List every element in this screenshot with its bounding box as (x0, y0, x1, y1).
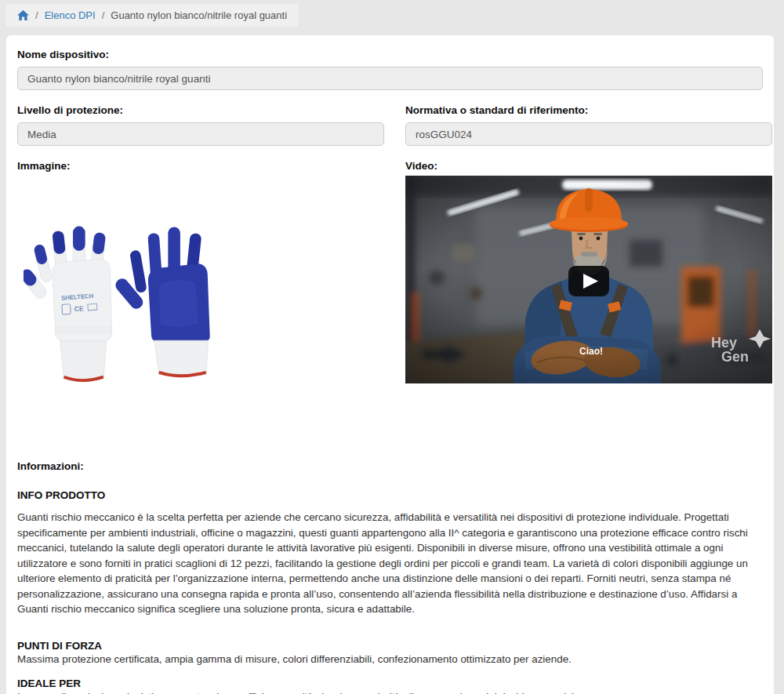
info-label: Informazioni: (17, 460, 763, 472)
image-label: Immagine: (17, 160, 384, 172)
standard-label: Normativa o standard di riferimento: (405, 104, 772, 116)
breadcrumb-link-elenco-dpi[interactable]: Elenco DPI (45, 9, 96, 21)
info-section: Informazioni: INFO PRODOTTO Guanti risch… (17, 460, 763, 694)
home-icon[interactable] (17, 10, 29, 21)
heygen-text-gen: Gen (721, 349, 749, 365)
breadcrumb-separator: / (102, 9, 105, 21)
video-caption: Ciao! (579, 346, 603, 357)
protection-level-label: Livello di protezione: (17, 104, 384, 116)
play-button[interactable] (568, 266, 609, 296)
product-image-gloves: SHELTECH CE (17, 176, 384, 398)
protection-level-input[interactable] (17, 122, 384, 146)
info-text-ideale-per: Imprese di produzione, logistica, manute… (17, 689, 763, 694)
breadcrumb: / Elenco DPI / Guanto nylon bianco/nitri… (5, 4, 299, 27)
glove-ce-mark: CE (74, 304, 84, 313)
standard-input[interactable] (405, 122, 772, 146)
breadcrumb-separator: / (35, 9, 38, 21)
info-text-prodotto: Guanti rischio meccanico è la scelta per… (17, 510, 763, 617)
breadcrumb-current-item: Guanto nylon bianco/nitrile royal guanti (111, 9, 287, 21)
info-heading-prodotto: INFO PRODOTTO (17, 489, 763, 501)
device-name-input[interactable] (17, 67, 763, 90)
content-panel: Nome dispositivo: Livello di protezione:… (6, 35, 774, 694)
video-label: Video: (405, 160, 772, 172)
glove-back-view: SHELTECH CE (24, 227, 112, 382)
device-name-label: Nome dispositivo: (17, 49, 763, 60)
info-text-punti-di-forza: Massima protezione certificata, ampia ga… (17, 652, 763, 667)
heygen-text-hey: Hey (711, 335, 737, 351)
info-heading-punti-di-forza: PUNTI DI FORZA (17, 640, 763, 652)
glove-palm-view (113, 227, 210, 378)
video-player[interactable]: Ciao! Hey Gen (405, 176, 772, 383)
info-heading-ideale-per: IDEALE PER (17, 678, 763, 689)
